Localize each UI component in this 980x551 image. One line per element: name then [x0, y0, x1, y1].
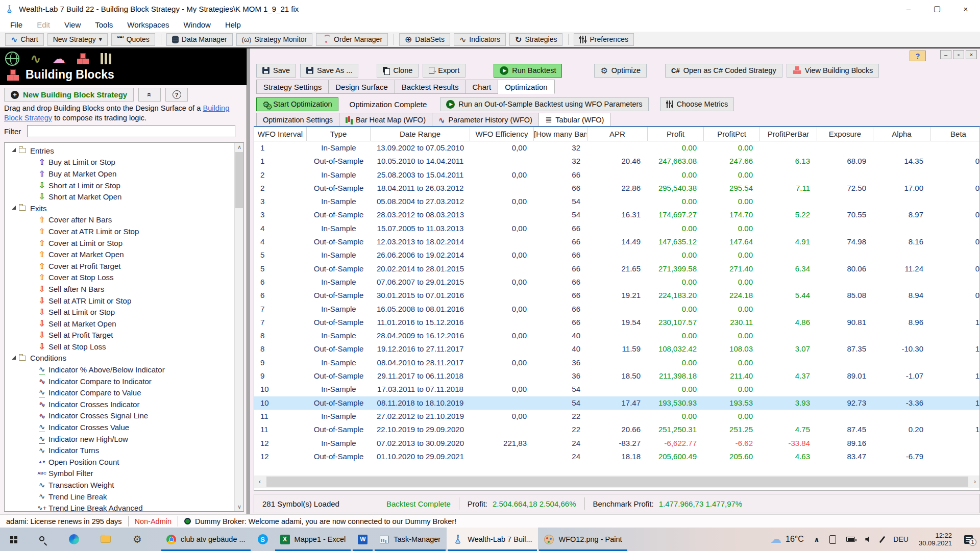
subtab-optimization-settings[interactable]: Optimization Settings — [256, 113, 339, 127]
open-as-c-coded-strategy-button[interactable]: Open as C# Coded Strategy — [665, 64, 782, 78]
toolbar-button-preferences[interactable]: Preferences — [574, 33, 633, 46]
tablet-mode-icon[interactable] — [829, 535, 836, 544]
tree-item-cover-after-n-bars[interactable]: Cover after N Bars — [5, 214, 234, 226]
menu-tools[interactable]: Tools — [95, 20, 113, 29]
table-row[interactable]: 2Out-of-Sample18.04.2011 to 26.03.201266… — [254, 182, 979, 195]
column-header-wfo-efficiency[interactable]: WFO Efficiency — [470, 127, 534, 141]
tree-item-short-at-market-open[interactable]: Short at Market Open — [5, 191, 234, 203]
cubes-big-icon[interactable] — [76, 53, 89, 65]
filter-input[interactable] — [27, 125, 235, 137]
tree-item-transaction-weight[interactable]: Transaction Weight — [5, 479, 234, 491]
table-row[interactable]: 4In-Sample15.07.2005 to 11.03.20130,0066… — [254, 222, 979, 235]
table-row[interactable]: 3In-Sample05.08.2004 to 27.03.20120,0054… — [254, 195, 979, 208]
maximize-button[interactable]: ▢ — [923, 0, 951, 17]
tray-expand-icon[interactable] — [814, 536, 820, 543]
tree-item-sell-at-market-open[interactable]: Sell at Market Open — [5, 318, 234, 330]
tree-item-indicator-above-below-indicator[interactable]: Indicator % Above/Below Indicator — [5, 364, 234, 375]
start-button[interactable] — [0, 528, 27, 551]
tree-item-cover-at-stop-loss[interactable]: Cover at Stop Loss — [5, 272, 234, 284]
table-row[interactable]: 9Out-of-Sample29.11.2017 to 06.11.201836… — [254, 369, 979, 383]
column-header-alpha[interactable]: Alpha — [873, 127, 930, 141]
toolbar-button-quotes[interactable]: Quotes — [111, 33, 155, 46]
clone-button[interactable]: Clone — [377, 64, 419, 78]
doc-restore-button[interactable]: ▫ — [953, 50, 964, 59]
table-row[interactable]: 6Out-of-Sample30.01.2015 to 07.01.201666… — [254, 289, 979, 302]
table-row[interactable]: 5In-Sample26.06.2006 to 19.02.20140,0066… — [254, 248, 979, 262]
toolbar-button-indicators[interactable]: Indicators — [454, 33, 506, 46]
hscrollbar-thumb[interactable] — [266, 477, 968, 487]
tree-item-short-at-limit-or-stop[interactable]: Short at Limit or Stop — [5, 180, 234, 191]
tree-item-cover-at-profit-target[interactable]: Cover at Profit Target — [5, 260, 234, 272]
task-mappe1-excel[interactable]: Mappe1 - Excel — [274, 528, 352, 551]
table-row[interactable]: 1In-Sample13.09.2002 to 07.05.20100,0032… — [254, 141, 979, 155]
tree-item-indicator-crosses-indicator[interactable]: Indicator Crosses Indicator — [5, 398, 234, 410]
view-building-blocks-button[interactable]: View Building Blocks — [787, 64, 879, 78]
table-row[interactable]: 9In-Sample08.04.2010 to 28.11.20170,0036… — [254, 356, 979, 369]
tree-item-cover-at-limit-or-stop[interactable]: Cover at Limit or Stop — [5, 237, 234, 249]
doc-minimize-button[interactable]: – — [940, 50, 951, 59]
weather-widget[interactable]: 16°C — [770, 533, 804, 546]
subtab-bar-heat-map-wfo-[interactable]: Bar Heat Map (WFO) — [339, 113, 432, 127]
help-button[interactable] — [165, 88, 188, 102]
minimize-button[interactable]: – — [894, 0, 923, 17]
tree-item-indicator-compare-to-value[interactable]: Indicator Compare to Value — [5, 387, 234, 398]
action-center-icon[interactable]: 1 — [964, 535, 973, 544]
collapse-all-button[interactable] — [138, 88, 161, 102]
tab-design-surface[interactable]: Design Surface — [329, 80, 395, 94]
toolbar-button-data-manager[interactable]: Data Manager — [166, 33, 233, 46]
column-header-beta[interactable]: Beta — [930, 127, 980, 141]
scroll-left-icon[interactable]: ‹ — [254, 475, 265, 488]
tree-item-buy-at-limit-or-stop[interactable]: Buy at Limit or Stop — [5, 157, 234, 168]
tab-optimization[interactable]: Optimization — [498, 80, 554, 94]
tree-item-indicator-crosses-value[interactable]: Indicator Crosses Value — [5, 421, 234, 433]
run-oos-backtest-button[interactable]: Run an Out-of-Sample Backtest using WFO … — [440, 97, 648, 111]
taskbar-edge-icon[interactable] — [58, 528, 90, 551]
column-header--how-many-bars[interactable]: [How many Bars — [534, 127, 587, 141]
table-row[interactable]: 3Out-of-Sample28.03.2012 to 08.03.201354… — [254, 208, 979, 221]
globe-green-icon[interactable] — [5, 52, 19, 66]
language-indicator[interactable]: DEU — [893, 535, 909, 543]
taskbar-settings-icon[interactable] — [121, 528, 153, 551]
new-building-block-strategy-button[interactable]: New Building Block Strategy — [4, 88, 134, 102]
scroll-right-icon[interactable]: › — [969, 475, 980, 488]
sidebar-splitter[interactable] — [247, 48, 250, 515]
menu-help[interactable]: Help — [225, 20, 241, 29]
table-row[interactable]: 11Out-of-Sample22.10.2019 to 29.09.20202… — [254, 423, 979, 436]
export-button[interactable]: Export — [423, 64, 465, 78]
table-row[interactable]: 1Out-of-Sample10.05.2010 to 14.04.201132… — [254, 155, 979, 168]
tree-scrollbar-thumb[interactable] — [235, 152, 243, 208]
table-row[interactable]: 5Out-of-Sample20.02.2014 to 28.01.201566… — [254, 262, 979, 276]
table-row[interactable]: 11In-Sample27.02.2012 to 21.10.20190,002… — [254, 410, 979, 423]
toolbar-button-chart[interactable]: Chart — [5, 33, 44, 46]
table-row[interactable]: 7In-Sample16.05.2008 to 08.01.20160,0066… — [254, 303, 979, 316]
tree-item-symbol-filter[interactable]: Symbol Filter — [5, 468, 234, 480]
menu-workspaces[interactable]: Workspaces — [127, 20, 169, 29]
close-button[interactable]: × — [951, 0, 980, 17]
task-skype-icon[interactable] — [252, 528, 274, 551]
tree-item-indicator-new-high-low[interactable]: Indicator new High/Low — [5, 433, 234, 445]
menu-window[interactable]: Window — [184, 20, 211, 29]
table-row[interactable]: 10Out-of-Sample08.11.2018 to 18.10.20195… — [254, 396, 979, 410]
task-club-atv-geb-ude-[interactable]: club atv gebäude ... — [160, 528, 252, 551]
save-as--button[interactable]: Save As ... — [300, 64, 358, 78]
tab-strategy-settings[interactable]: Strategy Settings — [256, 80, 329, 94]
toolbar-button-strategies[interactable]: Strategies — [509, 33, 562, 46]
tree-item-indicator-turns[interactable]: Indicator Turns — [5, 444, 234, 456]
tree-item-cover-at-market-open[interactable]: Cover at Market Open — [5, 248, 234, 260]
tree-item-buy-at-market-open[interactable]: Buy at Market Open — [5, 168, 234, 180]
menu-file[interactable]: File — [10, 20, 22, 29]
task-wfo12-png-paint[interactable]: WFO12.png - Paint — [538, 528, 628, 551]
tree-item-indicator-crosses-signal-line[interactable]: Indicator Crosses Signal Line — [5, 410, 234, 422]
column-header-date-range[interactable]: Date Range — [371, 127, 470, 141]
toolbar-button-order-manager[interactable]: Order Manager — [316, 33, 388, 46]
wave-olive-icon[interactable] — [30, 51, 41, 67]
scroll-up-icon[interactable]: ∧ — [235, 143, 244, 152]
tree-item-sell-at-atr-limit-or-stop[interactable]: Sell at ATR Limit or Stop — [5, 295, 234, 307]
column-header-apr[interactable]: APR — [587, 127, 648, 141]
tree-item-sell-at-stop-loss[interactable]: Sell at Stop Loss — [5, 341, 234, 353]
pen-icon[interactable] — [879, 536, 886, 543]
expander-icon[interactable] — [12, 148, 16, 152]
save-button[interactable]: Save — [256, 64, 296, 78]
taskbar-search-icon[interactable] — [27, 528, 58, 551]
column-header-exposure[interactable]: Exposure — [817, 127, 873, 141]
